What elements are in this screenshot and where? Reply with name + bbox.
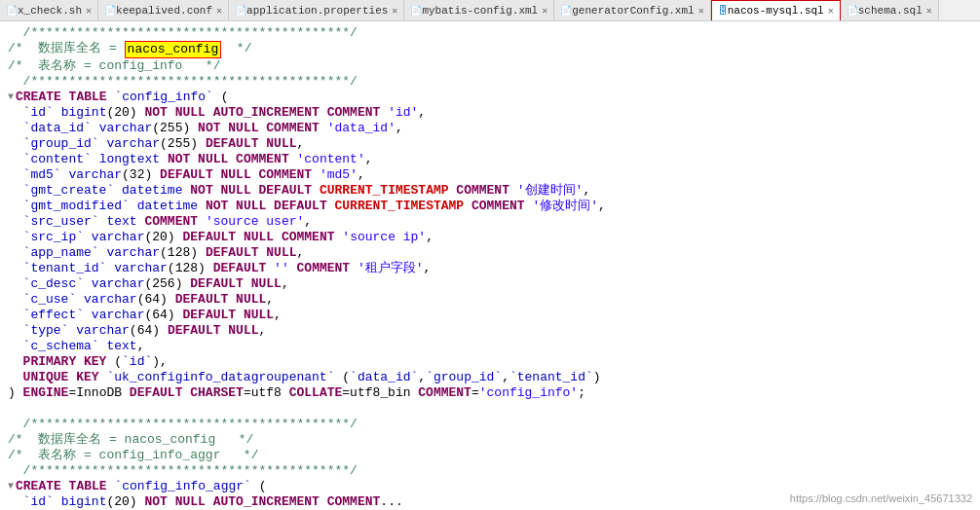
tab-close-icon[interactable]: ✕ xyxy=(392,5,397,17)
code-line: `gmt_modified` datetime NOT NULL DEFAULT… xyxy=(0,199,980,214)
tab-icon: 📄 xyxy=(410,5,422,17)
tab-close-icon[interactable]: ✕ xyxy=(828,5,834,17)
code-line: `effect` varchar(64) DEFAULT NULL, xyxy=(0,308,980,323)
tab-generator[interactable]: 📄 generatorConfig.xml ✕ xyxy=(554,0,710,21)
collapse-icon[interactable]: ▼ xyxy=(8,90,14,105)
code-line: /***************************************… xyxy=(0,74,980,90)
tab-icon: 📄 xyxy=(560,5,572,17)
code-line: ) ENGINE=InnoDB DEFAULT CHARSET=utf8 COL… xyxy=(0,385,980,401)
tab-close-icon[interactable]: ✕ xyxy=(86,5,92,17)
tab-application[interactable]: 📄 application.properties ✕ xyxy=(229,0,404,21)
code-line: `src_user` text COMMENT 'source user', xyxy=(0,214,980,230)
watermark: https://blog.csdn.net/weixin_45671332 xyxy=(790,492,972,504)
code-line: `c_schema` text, xyxy=(0,339,980,354)
code-line: `type` varchar(64) DEFAULT NULL, xyxy=(0,323,980,339)
tab-icon: 📄 xyxy=(235,5,246,17)
code-line: `content` longtext NOT NULL COMMENT 'con… xyxy=(0,152,980,167)
code-line: UNIQUE KEY `uk_configinfo_datagroupenant… xyxy=(0,370,980,385)
code-line: `tenant_id` varchar(128) DEFAULT '' COMM… xyxy=(0,261,980,276)
code-line: `md5` varchar(32) DEFAULT NULL COMMENT '… xyxy=(0,167,980,183)
tab-schema[interactable]: 📄 schema.sql ✕ xyxy=(841,0,939,21)
code-line: /***************************************… xyxy=(0,463,980,479)
tab-label: nacos-mysql.sql xyxy=(728,5,824,17)
code-line: /***************************************… xyxy=(0,417,980,432)
code-line: `group_id` varchar(255) DEFAULT NULL, xyxy=(0,136,980,152)
code-line xyxy=(0,401,980,417)
code-line: `c_use` varchar(64) DEFAULT NULL, xyxy=(0,292,980,308)
tab-label: keepalived.conf xyxy=(116,5,212,17)
code-line: /* 表名称 = config_info_aggr */ xyxy=(0,448,980,463)
tab-bar: 📄 x_check.sh ✕ 📄 keepalived.conf ✕ 📄 app… xyxy=(0,0,980,21)
tab-icon: 🗄 xyxy=(718,5,728,17)
code-line: `c_desc` varchar(256) DEFAULT NULL, xyxy=(0,276,980,292)
tab-label: application.properties xyxy=(246,5,388,17)
code-editor[interactable]: /***************************************… xyxy=(0,21,980,510)
tab-nacos-mysql[interactable]: 🗄 nacos-mysql.sql ✕ xyxy=(711,0,841,21)
code-line: `id` bigint(20) NOT NULL AUTO_INCREMENT … xyxy=(0,105,980,121)
tab-label: x_check.sh xyxy=(18,5,82,17)
tab-icon: 📄 xyxy=(104,5,116,17)
code-line: PRIMARY KEY (`id`), xyxy=(0,354,980,370)
code-line: `app_name` varchar(128) DEFAULT NULL, xyxy=(0,245,980,261)
tab-icon: 📄 xyxy=(6,5,18,17)
tab-x-check[interactable]: 📄 x_check.sh ✕ xyxy=(0,0,98,21)
code-line: /* 表名称 = config_info */ xyxy=(0,58,980,74)
tab-label: generatorConfig.xml xyxy=(572,5,694,17)
tab-close-icon[interactable]: ✕ xyxy=(926,5,932,17)
code-line: `gmt_create` datetime NOT NULL DEFAULT C… xyxy=(0,183,980,199)
tab-icon: 📄 xyxy=(847,5,858,17)
code-line: /***************************************… xyxy=(0,25,980,41)
tab-label: mybatis-config.xml xyxy=(422,5,538,17)
tab-mybatis[interactable]: 📄 mybatis-config.xml ✕ xyxy=(404,0,554,21)
code-line: `src_ip` varchar(20) DEFAULT NULL COMMEN… xyxy=(0,230,980,245)
tab-close-icon[interactable]: ✕ xyxy=(216,5,222,17)
collapse-icon-2[interactable]: ▼ xyxy=(8,479,14,494)
code-line: /* 数据库全名 = nacos_config */ xyxy=(0,432,980,448)
code-line: /* 数据库全名 = nacos_config */ xyxy=(0,41,980,58)
tab-label: schema.sql xyxy=(858,5,923,17)
code-line-create: ▼ CREATE TABLE `config_info` ( xyxy=(0,90,980,105)
tab-close-icon[interactable]: ✕ xyxy=(698,5,704,17)
tab-close-icon[interactable]: ✕ xyxy=(542,5,547,17)
tab-keepalived[interactable]: 📄 keepalived.conf ✕ xyxy=(98,0,229,21)
code-line: `data_id` varchar(255) NOT NULL COMMENT … xyxy=(0,121,980,136)
